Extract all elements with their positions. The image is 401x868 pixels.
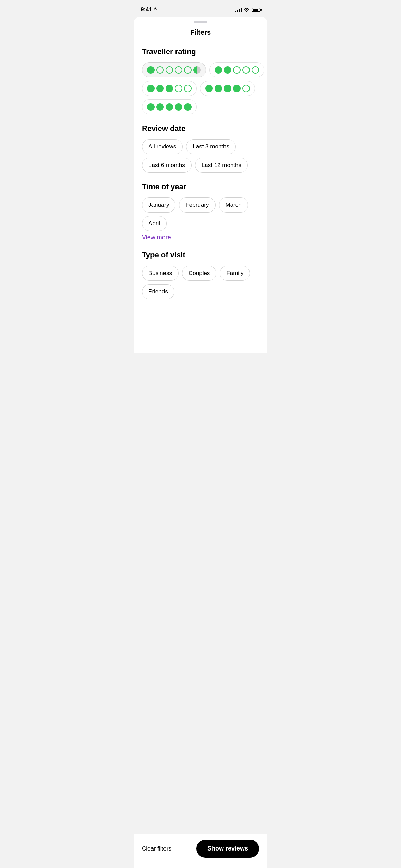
svg-point-0 [246, 11, 247, 12]
rating-1-star[interactable] [142, 62, 206, 77]
rating-grid [142, 62, 259, 114]
rating-2-star[interactable] [209, 62, 264, 77]
battery-icon [252, 8, 260, 12]
time-display: 9:41 [141, 6, 152, 13]
wifi-icon [244, 8, 250, 12]
review-date-title: Review date [142, 124, 259, 133]
couples-pill[interactable]: Couples [182, 266, 216, 281]
review-date-pills: All reviews Last 3 months Last 6 months … [142, 139, 259, 173]
rating-row-2 [142, 81, 259, 96]
march-pill[interactable]: March [219, 197, 248, 213]
view-more-months[interactable]: View more [142, 234, 171, 241]
january-pill[interactable]: January [142, 197, 175, 213]
location-icon [154, 7, 157, 12]
status-time: 9:41 [141, 6, 157, 13]
rating-4-star[interactable] [200, 81, 255, 96]
last-3-months-pill[interactable]: Last 3 months [186, 139, 236, 154]
visit-type-pills: Business Couples Family Friends [142, 266, 259, 299]
time-of-year-section: Time of year January February March Apri… [134, 178, 267, 246]
rating-3-star[interactable] [142, 81, 197, 96]
signal-icon [235, 7, 242, 12]
april-pill[interactable]: April [142, 216, 167, 231]
filter-sheet: Filters Traveller rating [134, 17, 267, 353]
review-date-section: Review date All reviews Last 3 months La… [134, 120, 267, 178]
time-of-year-title: Time of year [142, 182, 259, 191]
status-icons [235, 7, 260, 12]
type-of-visit-section: Type of visit Business Couples Family Fr… [134, 246, 267, 305]
traveler-rating-section: Traveller rating [134, 43, 267, 120]
traveler-rating-title: Traveller rating [142, 47, 259, 56]
status-bar: 9:41 [134, 0, 267, 17]
business-pill[interactable]: Business [142, 266, 179, 281]
rating-row-3 [142, 99, 259, 114]
rating-5-star[interactable] [142, 99, 197, 114]
sheet-title: Filters [134, 26, 267, 43]
rating-row-1 [142, 62, 259, 77]
all-reviews-pill[interactable]: All reviews [142, 139, 183, 154]
last-6-months-pill[interactable]: Last 6 months [142, 158, 192, 173]
type-of-visit-title: Type of visit [142, 251, 259, 260]
drag-handle[interactable] [134, 17, 267, 26]
friends-pill[interactable]: Friends [142, 284, 174, 299]
february-pill[interactable]: February [179, 197, 215, 213]
month-pills: January February March April [142, 197, 259, 231]
family-pill[interactable]: Family [220, 266, 250, 281]
last-12-months-pill[interactable]: Last 12 months [195, 158, 248, 173]
